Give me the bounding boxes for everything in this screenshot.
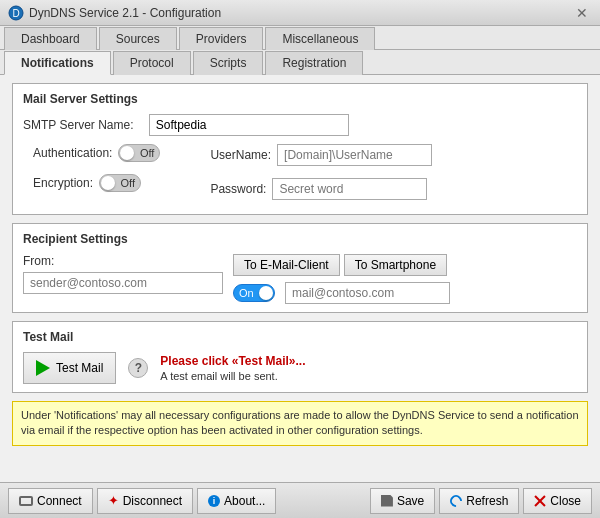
smtp-label: SMTP Server Name: [23, 118, 133, 132]
auth-toggle-knob [120, 146, 134, 160]
tab-dashboard[interactable]: Dashboard [4, 27, 97, 50]
enc-toggle-knob [101, 176, 115, 190]
recipient-title: Recipient Settings [23, 232, 577, 246]
tab-sources[interactable]: Sources [99, 27, 177, 50]
connect-button[interactable]: Connect [8, 488, 93, 514]
tab-providers[interactable]: Providers [179, 27, 264, 50]
username-row: UserName: [210, 144, 432, 166]
username-label: UserName: [210, 148, 271, 162]
refresh-button[interactable]: Refresh [439, 488, 519, 514]
email-input[interactable] [285, 282, 450, 304]
from-col: From: [23, 254, 223, 294]
recipient-toggle-knob [259, 286, 273, 300]
refresh-label: Refresh [466, 494, 508, 508]
sub-text: A test email will be sent. [160, 370, 305, 382]
email-row: On [233, 282, 577, 304]
username-pass-col: UserName: Password: [210, 144, 432, 206]
to-col: To E-Mail-Client To Smartphone On [233, 254, 577, 304]
enc-toggle[interactable]: Off [99, 174, 141, 192]
connect-label: Connect [37, 494, 82, 508]
help-button[interactable]: ? [128, 358, 148, 378]
tab-protocol[interactable]: Protocol [113, 51, 191, 75]
username-input[interactable] [277, 144, 432, 166]
main-content: Mail Server Settings SMTP Server Name: A… [0, 75, 600, 462]
about-icon: i [208, 495, 220, 507]
close-label: Close [550, 494, 581, 508]
password-input[interactable] [272, 178, 427, 200]
tab-row-2: Notifications Protocol Scripts Registrat… [0, 50, 600, 75]
save-icon [381, 495, 393, 507]
close-icon [534, 495, 546, 507]
test-mail-text: Please click «Test Mail»... A test email… [160, 354, 305, 382]
save-button[interactable]: Save [370, 488, 435, 514]
to-email-client-button[interactable]: To E-Mail-Client [233, 254, 340, 276]
tab-miscellaneous[interactable]: Miscellaneous [265, 27, 375, 50]
connect-icon [19, 496, 33, 506]
test-mail-button[interactable]: Test Mail [23, 352, 116, 384]
disconnect-icon: ✦ [108, 493, 119, 508]
save-label: Save [397, 494, 424, 508]
tab-notifications[interactable]: Notifications [4, 51, 111, 75]
password-row: Password: [210, 178, 432, 200]
to-buttons: To E-Mail-Client To Smartphone [233, 254, 577, 276]
from-label: From: [23, 254, 223, 268]
password-label: Password: [210, 182, 266, 196]
window-close-button[interactable]: ✕ [572, 3, 592, 23]
auth-toggle[interactable]: Off [118, 144, 160, 162]
auth-row: Authentication: Off [33, 144, 160, 162]
tab-row-1: Dashboard Sources Providers Miscellaneou… [0, 26, 600, 50]
mail-server-title: Mail Server Settings [23, 92, 577, 106]
enc-label: Encryption: [33, 176, 93, 190]
bottom-toolbar: Connect ✦ Disconnect i About... Save Ref… [0, 482, 600, 518]
enc-row: Encryption: Off [33, 174, 160, 192]
window-title: DynDNS Service 2.1 - Configuration [29, 6, 221, 20]
click-text: Please click «Test Mail»... [160, 354, 305, 368]
disconnect-button[interactable]: ✦ Disconnect [97, 488, 193, 514]
auth-label: Authentication: [33, 146, 112, 160]
info-box-text: Under 'Notifications' may all necessary … [21, 409, 579, 436]
recipient-toggle-label: On [239, 287, 254, 299]
about-button[interactable]: i About... [197, 488, 276, 514]
recipient-section: Recipient Settings From: To E-Mail-Clien… [12, 223, 588, 313]
about-label: About... [224, 494, 265, 508]
mail-server-section: Mail Server Settings SMTP Server Name: A… [12, 83, 588, 215]
refresh-icon [448, 492, 465, 509]
smtp-row: SMTP Server Name: [23, 114, 577, 136]
smtp-input[interactable] [149, 114, 349, 136]
title-bar: D DynDNS Service 2.1 - Configuration ✕ [0, 0, 600, 26]
svg-text:D: D [12, 8, 19, 19]
from-input[interactable] [23, 272, 223, 294]
test-mail-title: Test Mail [23, 330, 577, 344]
test-mail-row: Test Mail ? Please click «Test Mail»... … [23, 352, 577, 384]
auth-toggle-label: Off [140, 147, 154, 159]
auth-enc-col: Authentication: Off Encryption: Off [33, 144, 160, 206]
recipient-row: From: To E-Mail-Client To Smartphone On [23, 254, 577, 304]
to-smartphone-button[interactable]: To Smartphone [344, 254, 447, 276]
play-icon [36, 360, 50, 376]
test-mail-section: Test Mail Test Mail ? Please click «Test… [12, 321, 588, 393]
disconnect-label: Disconnect [123, 494, 182, 508]
tab-scripts[interactable]: Scripts [193, 51, 264, 75]
app-icon: D [8, 5, 24, 21]
info-box: Under 'Notifications' may all necessary … [12, 401, 588, 446]
enc-toggle-label: Off [121, 177, 135, 189]
test-mail-button-label: Test Mail [56, 361, 103, 375]
recipient-toggle[interactable]: On [233, 284, 275, 302]
close-button[interactable]: Close [523, 488, 592, 514]
tab-registration[interactable]: Registration [265, 51, 363, 75]
